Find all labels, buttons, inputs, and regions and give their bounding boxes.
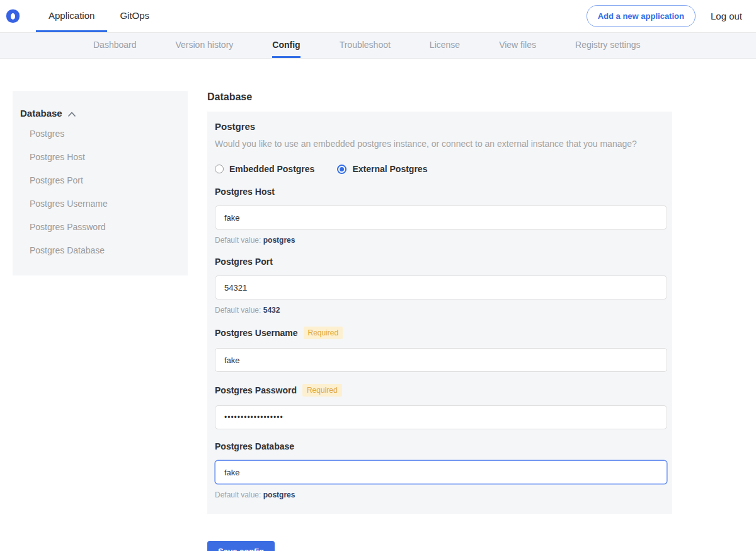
postgres-database-input[interactable] bbox=[215, 460, 667, 484]
postgres-database-default: Default value: postgres bbox=[215, 490, 665, 499]
postgres-host-default-prefix: Default value: bbox=[215, 236, 261, 245]
postgres-port-default: Default value: 5432 bbox=[215, 306, 665, 315]
postgres-port-label-row: Postgres Port bbox=[215, 257, 665, 267]
radio-external-postgres[interactable]: External Postgres bbox=[337, 164, 427, 174]
tab-application[interactable]: Application bbox=[36, 0, 107, 32]
postgres-port-default-value: 5432 bbox=[263, 306, 280, 315]
postgres-radio-group: Embedded Postgres External Postgres bbox=[215, 164, 665, 174]
subnav-dashboard[interactable]: Dashboard bbox=[93, 33, 137, 58]
postgres-password-required-badge: Required bbox=[302, 384, 342, 397]
postgres-port-default-prefix: Default value: bbox=[215, 306, 261, 315]
postgres-username-label: Postgres Username bbox=[215, 328, 298, 338]
radio-external-postgres-label: External Postgres bbox=[352, 164, 427, 174]
postgres-host-default: Default value: postgres bbox=[215, 236, 665, 245]
add-application-button[interactable]: Add a new application bbox=[587, 5, 696, 27]
postgres-database-default-prefix: Default value: bbox=[215, 490, 261, 499]
subnav-view-files[interactable]: View files bbox=[499, 33, 536, 58]
save-config-button[interactable]: Save config bbox=[207, 541, 275, 551]
config-sidebar: Database Postgres Postgres Host Postgres… bbox=[13, 91, 188, 276]
postgres-database-label: Postgres Database bbox=[215, 441, 294, 451]
sidebar-item-postgres-host[interactable]: Postgres Host bbox=[20, 146, 178, 168]
postgres-database-label-row: Postgres Database bbox=[215, 441, 665, 451]
postgres-port-label: Postgres Port bbox=[215, 257, 273, 267]
top-bar-right: Add a new application Log out bbox=[587, 0, 742, 32]
sidebar-item-postgres-database[interactable]: Postgres Database bbox=[20, 239, 178, 262]
tab-gitops[interactable]: GitOps bbox=[107, 0, 162, 32]
postgres-password-label-row: Postgres Password Required bbox=[215, 384, 665, 397]
subnav-troubleshoot[interactable]: Troubleshoot bbox=[340, 33, 391, 58]
postgres-username-input[interactable] bbox=[215, 348, 667, 372]
subnav-version-history[interactable]: Version history bbox=[176, 33, 234, 58]
postgres-host-default-value: postgres bbox=[263, 236, 295, 245]
postgres-group-label: Postgres bbox=[215, 121, 665, 132]
sidebar-item-postgres-port[interactable]: Postgres Port bbox=[20, 169, 178, 192]
subnav-license[interactable]: License bbox=[430, 33, 460, 58]
subnav-registry-settings[interactable]: Registry settings bbox=[575, 33, 640, 58]
postgres-port-input[interactable] bbox=[215, 276, 667, 299]
postgres-host-input[interactable] bbox=[215, 206, 667, 229]
postgres-host-label: Postgres Host bbox=[215, 187, 275, 197]
sidebar-group-database[interactable]: Database bbox=[20, 108, 178, 122]
postgres-username-required-badge: Required bbox=[304, 327, 343, 339]
postgres-password-label: Postgres Password bbox=[215, 385, 297, 395]
logout-button[interactable]: Log out bbox=[711, 11, 742, 21]
postgres-help-text: Would you like to use an embedded postgr… bbox=[215, 139, 665, 149]
app-logo[interactable] bbox=[6, 0, 20, 32]
radio-embedded-postgres-label: Embedded Postgres bbox=[229, 164, 314, 174]
config-main: Database Postgres Would you like to use … bbox=[207, 91, 672, 551]
app-subnav: Dashboard Version history Config Trouble… bbox=[0, 33, 756, 59]
subnav-config[interactable]: Config bbox=[272, 33, 300, 58]
database-config-panel: Postgres Would you like to use an embedd… bbox=[207, 112, 672, 514]
postgres-password-input[interactable] bbox=[215, 405, 667, 429]
postgres-database-default-value: postgres bbox=[263, 490, 295, 499]
radio-embedded-postgres-circle bbox=[215, 165, 224, 173]
postgres-username-label-row: Postgres Username Required bbox=[215, 327, 665, 339]
tab-gitops-label: GitOps bbox=[120, 10, 149, 21]
config-content: Database Postgres Postgres Host Postgres… bbox=[0, 59, 756, 551]
sidebar-item-postgres-username[interactable]: Postgres Username bbox=[20, 192, 178, 215]
radio-external-postgres-circle bbox=[337, 165, 346, 174]
top-bar: Application GitOps Add a new application… bbox=[0, 0, 756, 33]
sidebar-item-postgres[interactable]: Postgres bbox=[20, 122, 178, 145]
app-logo-hole bbox=[11, 13, 15, 20]
section-title: Database bbox=[207, 91, 672, 103]
tab-application-label: Application bbox=[49, 10, 94, 21]
app-logo-icon bbox=[6, 9, 20, 23]
sidebar-item-postgres-password[interactable]: Postgres Password bbox=[20, 216, 178, 238]
radio-embedded-postgres[interactable]: Embedded Postgres bbox=[215, 164, 314, 174]
radio-external-postgres-dot bbox=[340, 167, 344, 171]
chevron-up-icon bbox=[68, 112, 76, 117]
sidebar-group-database-label: Database bbox=[20, 108, 62, 119]
postgres-host-label-row: Postgres Host bbox=[215, 187, 665, 197]
